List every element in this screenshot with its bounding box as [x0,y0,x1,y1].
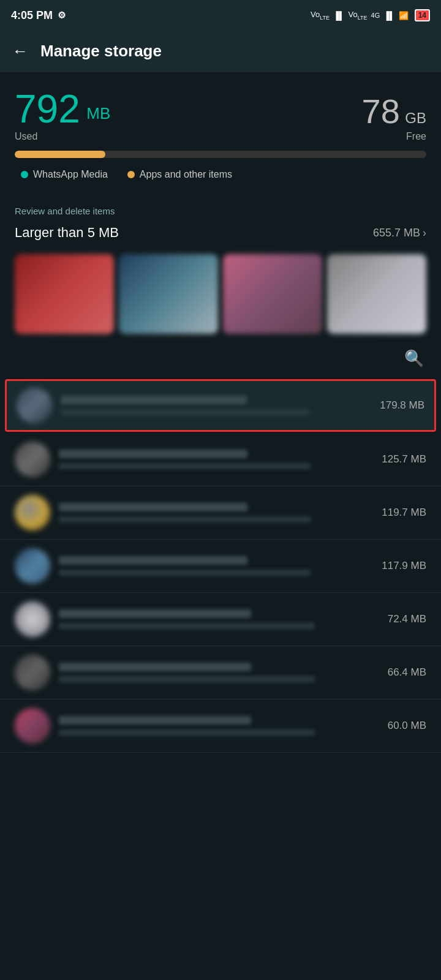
apps-legend-label: Apps and other items [140,169,232,180]
chat-info [50,609,388,629]
larger-than-size: 655.7 MB › [373,227,426,239]
progress-bar-fill [15,151,105,158]
whatsapp-legend-label: WhatsApp Media [33,169,108,180]
search-icon: 🔍 [404,349,424,368]
signal-bars-2: ▐▌ [383,11,394,20]
status-icons: VoLTE ▐▌ VoLTE 4G ▐▌ 📶 14 [311,9,430,21]
used-value: 792 [15,87,80,131]
settings-icon: ⚙ [58,10,66,21]
avatar [17,388,52,423]
chat-item-2[interactable]: 119.7 MB [0,486,441,540]
wifi-icon: 📶 [399,11,409,20]
search-button[interactable]: 🔍 [402,346,426,371]
whatsapp-dot [21,171,28,178]
chat-message-blurred [59,516,311,522]
avatar [15,655,50,690]
chat-message-blurred [59,463,311,469]
chat-size-2: 119.7 MB [382,507,426,519]
free-section: 78 GB Free [362,94,426,142]
chat-item-highlighted[interactable]: 179.8 MB [5,379,436,432]
chat-name-blurred [59,556,247,565]
chat-item-4[interactable]: 72.4 MB [0,593,441,646]
avatar [15,601,50,637]
storage-numbers: 792 MB Used 78 GB Free [15,89,426,142]
chat-message-blurred [59,570,311,576]
thumbnail-1 [15,254,114,334]
larger-size-value: 655.7 MB [373,227,420,239]
avatar [15,495,50,530]
chevron-right-icon: › [423,227,426,239]
thumbnails-row [0,248,441,346]
used-unit: MB [86,104,110,123]
free-value: 78 [362,92,400,130]
thumbnail-3 [223,254,322,334]
larger-than-label: Larger than 5 MB [15,225,119,241]
legend-apps: Apps and other items [127,169,232,180]
chat-name-blurred [59,609,251,618]
back-button[interactable]: ← [12,42,28,61]
legend-whatsapp: WhatsApp Media [21,169,108,180]
page-header: ← Manage storage [0,29,441,72]
larger-than-item[interactable]: Larger than 5 MB 655.7 MB › [15,225,426,241]
chat-info [52,396,380,415]
chat-size-0: 179.8 MB [380,399,424,412]
status-time: 4:05 PM [11,9,53,22]
chat-item-1[interactable]: 125.7 MB [0,433,441,486]
chat-item-3[interactable]: 117.9 MB [0,540,441,593]
chat-info [50,503,382,522]
storage-summary: 792 MB Used 78 GB Free WhatsApp Media Ap… [0,72,441,194]
chat-size-5: 66.4 MB [388,666,426,679]
chat-info [50,663,388,682]
signal-icon-1: VoLTE [311,10,330,21]
avatar [15,548,50,584]
chat-name-blurred [59,450,247,458]
chat-size-1: 125.7 MB [382,453,426,466]
review-title: Review and delete items [15,206,426,216]
apps-dot [127,171,135,178]
chat-name-blurred [59,663,251,671]
chat-message-blurred [59,623,315,629]
chat-size-3: 117.9 MB [382,560,426,572]
chat-name-blurred [61,396,247,404]
chat-size-6: 60.0 MB [388,720,426,732]
chat-info [50,716,388,736]
4g-icon: 4G [371,12,380,19]
avatar [15,708,50,744]
chat-name-blurred [59,503,247,511]
status-bar: 4:05 PM ⚙ VoLTE ▐▌ VoLTE 4G ▐▌ 📶 14 [0,0,441,29]
chat-message-blurred [59,729,315,736]
free-unit: GB [405,110,426,126]
signal-bars-1: ▐▌ [333,11,344,20]
thumbnail-4 [327,254,426,334]
storage-legend: WhatsApp Media Apps and other items [15,167,426,184]
free-label: Free [406,131,426,142]
storage-progress-bar [15,151,426,158]
signal-icon-2: VoLTE [349,10,368,21]
search-row: 🔍 [0,346,441,378]
chat-info [50,450,382,469]
used-label: Used [15,131,110,142]
chat-item-6[interactable]: 60.0 MB [0,699,441,753]
thumbnail-2 [119,254,218,334]
review-section: Review and delete items Larger than 5 MB… [0,194,441,241]
chat-info [50,556,382,576]
chat-size-4: 72.4 MB [388,613,426,625]
avatar [15,442,50,477]
chat-list: 179.8 MB 125.7 MB 119.7 MB 117.9 MB 72.4 [0,379,441,767]
used-section: 792 MB Used [15,89,110,142]
chat-item-5[interactable]: 66.4 MB [0,646,441,699]
chat-message-blurred [61,409,309,415]
page-title: Manage storage [40,42,162,61]
chat-message-blurred [59,676,315,682]
battery-indicator: 14 [415,9,430,21]
chat-name-blurred [59,716,251,725]
